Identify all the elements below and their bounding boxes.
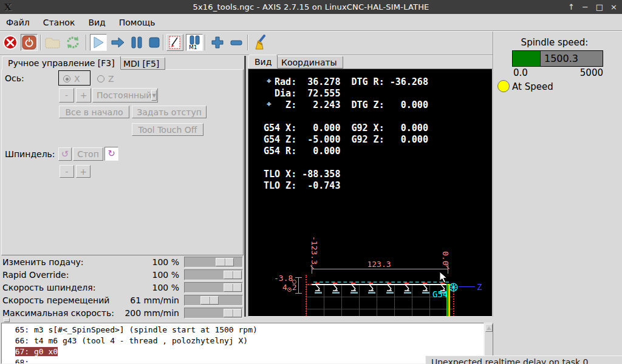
tab-dro-label: Координаты [281, 58, 337, 67]
rapid-override-label: Rapid Override: [2, 270, 69, 280]
zoom-in-button[interactable] [209, 34, 226, 51]
scroll-up-arrow-icon[interactable] [485, 324, 493, 332]
slider-handle[interactable] [224, 309, 242, 317]
tab-preview-label: Вид [255, 57, 272, 67]
radio-axis-x[interactable]: X [63, 74, 80, 84]
notification-popup[interactable]: Unexpected realtime delay on task 0 [425, 356, 622, 364]
spindle-minus-button[interactable]: - [60, 165, 74, 178]
spindle-ccw-button[interactable]: ↺ [58, 147, 72, 161]
close-button[interactable]: × [610, 2, 617, 12]
tab-preview[interactable]: Вид [248, 55, 278, 69]
menu-file[interactable]: Файл [6, 18, 30, 27]
dro-text: Rad: 36.278 DTG R: -36.268 Dia: 72.555 Z… [264, 76, 428, 192]
slider-handle[interactable] [216, 258, 234, 266]
tool-change-marker-icon [315, 285, 324, 294]
jog-plus-label: + [80, 90, 87, 100]
jog-mode-combobox[interactable]: Постоянный ▼ [92, 88, 158, 103]
dim-point-marker [287, 288, 292, 292]
spindle-speed-bar-fill [513, 51, 541, 66]
machine-limit-left [306, 275, 307, 317]
minus-icon [229, 35, 244, 50]
pause-button[interactable] [128, 34, 145, 51]
reload-icon [65, 35, 81, 50]
dim-line [312, 269, 448, 269]
run-program-button[interactable] [90, 34, 107, 51]
gcode-listing[interactable]: 65: m3 s[#<_SpinSpeed>] (spindle start a… [1, 323, 484, 364]
tab-mdi-label: MDI [F5] [123, 59, 159, 69]
tool-touch-off-button[interactable]: Tool Touch Off [132, 123, 203, 136]
dim-h1-label: -3.8 [274, 274, 293, 283]
svg-text:M1: M1 [189, 44, 197, 50]
run-step-button[interactable] [109, 34, 126, 51]
emergency-stop-button[interactable] [2, 34, 19, 51]
tool-change-marker-icon [422, 285, 432, 294]
tab-manual-control[interactable]: Ручное управление [F3] [2, 56, 121, 70]
slider-handle[interactable] [224, 283, 242, 292]
shade-button[interactable]: ↑ [568, 2, 575, 12]
minimize-button[interactable]: − [582, 2, 589, 12]
spindle-override-slider[interactable] [184, 282, 243, 293]
z-axis-label: Z [477, 282, 482, 292]
limit-dash [315, 283, 320, 284]
open-file-button[interactable] [44, 34, 61, 51]
tab-dro[interactable]: Координаты [275, 56, 343, 69]
tab-manual-control-label: Ручное управление [F3] [8, 58, 115, 68]
limit-dash [333, 283, 337, 284]
skip-lines-button[interactable] [166, 34, 183, 51]
optional-stop-m1-button[interactable]: M1 [186, 34, 203, 51]
preview-canvas[interactable]: Rad: 36.278 DTG R: -36.268 Dia: 72.555 Z… [248, 69, 493, 317]
menu-help[interactable]: Помощь [119, 18, 156, 27]
open-folder-icon [44, 35, 60, 50]
slider-handle[interactable] [200, 296, 219, 305]
feed-override-slider[interactable] [184, 257, 243, 268]
spindle-speed-max: 5000 [577, 67, 603, 78]
slider-handle[interactable] [224, 271, 242, 279]
spindle-stop-label: Стоп [77, 149, 99, 159]
dim-right-label: 0.0 [441, 251, 450, 265]
clear-plot-button[interactable] [251, 34, 268, 51]
tool-change-marker-icon [404, 285, 414, 294]
maximize-button[interactable]: □ [596, 2, 603, 12]
toolbar-separator [163, 35, 164, 50]
run-icon [92, 36, 105, 49]
menu-machine[interactable]: Станок [43, 18, 75, 27]
tab-mdi[interactable]: MDI [F5] [117, 57, 165, 70]
zoom-out-button[interactable] [228, 34, 245, 51]
jog-minus-button[interactable]: - [59, 88, 74, 103]
spindle-speed-min: 0.0 [513, 67, 528, 78]
jog-plus-button[interactable]: + [76, 88, 91, 103]
dim-h-bracket-tick-bottom [295, 293, 302, 294]
spindle-stop-button[interactable]: Стоп [73, 147, 103, 161]
toolbar-separator [247, 35, 248, 50]
menu-view[interactable]: Вид [88, 18, 105, 27]
dim-h-bracket-tick-top [295, 277, 302, 278]
home-all-button[interactable]: Все в начало [59, 106, 129, 118]
radio-axis-z[interactable]: Z [97, 74, 114, 84]
reload-file-button[interactable] [64, 34, 81, 51]
rapid-override-slider[interactable] [184, 269, 243, 280]
spindle-cw-button[interactable]: ↻ [104, 147, 118, 161]
spindle-cw-icon: ↻ [108, 149, 115, 158]
touch-off-button[interactable]: Задать отступ [132, 106, 207, 118]
paned-sash[interactable] [244, 56, 246, 317]
z-homed-icon: ⌖ [267, 99, 272, 108]
spindle-minus-label: - [65, 167, 68, 177]
spindle-override-value: 100 % [91, 283, 179, 292]
broom-icon [252, 35, 268, 50]
title-bar[interactable]: X 5x16_tools.ngc - AXIS 2.7.15 on LinuxC… [0, 0, 622, 14]
jog-minus-label: - [65, 90, 68, 100]
spindle-plus-button[interactable]: + [76, 165, 91, 178]
sash-grip[interactable] [4, 318, 10, 322]
jog-speed-slider[interactable] [184, 295, 243, 306]
menu-bar: Файл Станок Вид Помощь [0, 14, 622, 30]
limit-dash [387, 283, 391, 284]
spindle-speed-value: 1500.3 [544, 53, 578, 64]
panel-divider [493, 32, 494, 317]
max-velocity-slider[interactable] [184, 308, 243, 318]
feed-override-value: 100 % [91, 257, 179, 267]
machine-power-button[interactable] [21, 34, 38, 51]
stop-button[interactable] [146, 34, 163, 51]
at-speed-label: At Speed [512, 81, 553, 92]
spindle-override-label: Скорость шпинделя: [2, 283, 95, 292]
toolbar-separator [205, 35, 206, 50]
